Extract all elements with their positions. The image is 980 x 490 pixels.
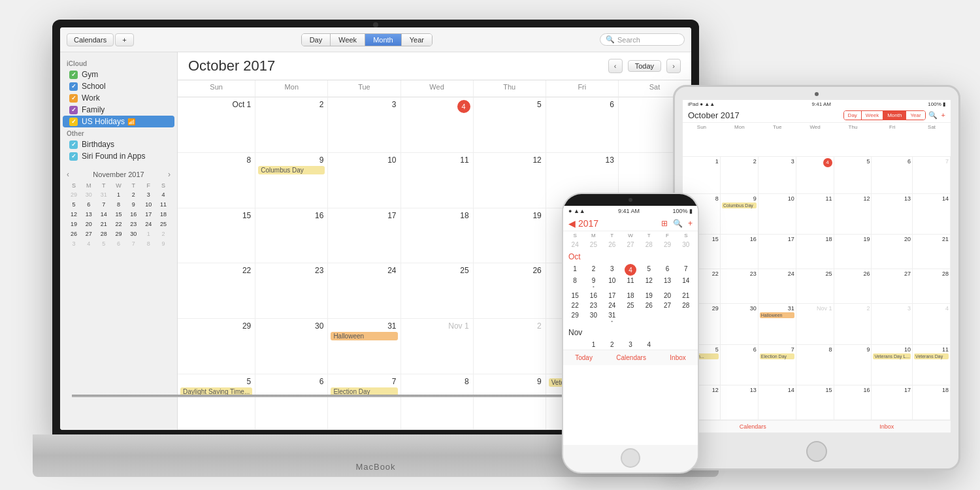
mini-day[interactable]: 3 [141, 190, 155, 199]
ipad-inbox-btn[interactable]: Inbox [879, 423, 894, 430]
mini-day[interactable]: 4 [82, 239, 96, 248]
ipad-day-cell[interactable]: 5 [834, 157, 872, 194]
ipad-day-cell[interactable]: 28 [913, 269, 951, 304]
ipad-day-cell[interactable]: 3 [872, 304, 913, 345]
ipad-day-cell[interactable]: 16 [721, 235, 759, 269]
ipad-day-cell[interactable]: 7 [913, 157, 951, 194]
ipad-day-cell[interactable]: 9 [834, 345, 872, 386]
iphone-day[interactable]: 24 [566, 240, 584, 250]
ipad-day-cell[interactable]: 1 [683, 157, 721, 194]
next-month-button[interactable]: › [666, 59, 681, 73]
ipad-calendars-btn[interactable]: Calendars [740, 423, 766, 430]
iphone-day[interactable]: 14 [677, 276, 695, 291]
iphone-day[interactable]: 7 [677, 264, 695, 276]
iphone-day[interactable]: 11 [621, 276, 640, 291]
mini-day[interactable]: 7 [97, 200, 111, 209]
iphone-day[interactable]: 12 [640, 276, 658, 291]
sidebar-item-us-holidays[interactable]: ✓ US Holidays 📶 [63, 116, 174, 127]
ipad-day-cell[interactable]: 7 Election Day [759, 345, 796, 386]
iphone-day[interactable]: 17 [603, 291, 621, 301]
mini-day[interactable]: 21 [97, 220, 111, 229]
ipad-day-cell[interactable]: 14 [913, 194, 951, 235]
day-cell[interactable]: 11 [401, 153, 474, 208]
day-cell[interactable]: 7 Election Day [328, 374, 400, 430]
ipad-add-icon[interactable]: + [941, 111, 945, 120]
iphone-day[interactable] [566, 340, 584, 350]
day-cell[interactable]: 25 [401, 263, 474, 319]
iphone-day[interactable]: 27 [658, 301, 676, 310]
week-view-button[interactable]: Week [331, 34, 365, 46]
mini-day[interactable]: 8 [112, 200, 126, 209]
iphone-day[interactable]: 4 [640, 340, 658, 350]
ipad-day-cell[interactable]: 24 [759, 269, 796, 304]
sidebar-item-work[interactable]: ✓ Work [63, 92, 174, 104]
iphone-grid-icon[interactable]: ⊞ [661, 219, 668, 228]
ipad-day-cell[interactable]: 21 [913, 235, 951, 269]
ipad-day-cell[interactable]: 17 [872, 385, 913, 420]
mini-day[interactable]: 2 [156, 229, 171, 238]
iphone-search-icon[interactable]: 🔍 [673, 219, 683, 228]
today-button[interactable]: Today [628, 60, 661, 72]
day-cell[interactable]: 5 [474, 97, 546, 153]
day-cell[interactable]: 6 [546, 97, 619, 153]
mini-day[interactable]: 27 [82, 229, 96, 238]
sidebar-item-school[interactable]: ✓ School [63, 80, 174, 92]
iphone-day[interactable]: 28 [640, 240, 658, 250]
ipad-day-cell[interactable]: 13 [721, 385, 759, 420]
iphone-day[interactable]: 30 [584, 310, 602, 325]
ipad-day-cell[interactable]: 14 [759, 385, 796, 420]
ipad-vet-event[interactable]: Veterans Day L... [873, 353, 911, 359]
day-cell[interactable]: 3 [328, 97, 400, 153]
mini-day[interactable]: 12 [67, 210, 81, 219]
iphone-day[interactable]: 28 [677, 301, 695, 310]
iphone-calendars-btn[interactable]: Calendars [616, 354, 646, 361]
prev-month-button[interactable]: ‹ [608, 59, 623, 73]
day-cell[interactable]: 12 [474, 153, 546, 208]
mini-day[interactable]: 26 [67, 229, 81, 238]
iphone-day[interactable]: 6 [658, 264, 676, 276]
iphone-add-icon[interactable]: + [688, 219, 693, 228]
ipad-month-btn[interactable]: Month [883, 111, 906, 120]
mini-day[interactable]: 8 [141, 239, 155, 248]
mini-day[interactable]: 30 [126, 229, 140, 238]
ipad-day-cell-today[interactable]: 4 [796, 157, 834, 194]
iphone-day[interactable]: 29 [566, 310, 584, 325]
day-cell[interactable]: 24 [328, 263, 400, 319]
ipad-year-btn[interactable]: Year [906, 111, 924, 120]
mini-day[interactable]: 5 [67, 200, 81, 209]
mini-day[interactable]: 3 [67, 239, 81, 248]
ipad-day-cell[interactable]: 11 Veterans Day [913, 345, 951, 386]
ipad-day-cell[interactable]: 18 [913, 385, 951, 420]
ipad-day-cell[interactable]: 6 [872, 157, 913, 194]
year-view-button[interactable]: Year [402, 34, 432, 46]
iphone-day[interactable]: 1 [566, 264, 584, 276]
day-cell[interactable]: 8 [401, 374, 474, 430]
day-cell[interactable]: 15 [178, 208, 255, 264]
iphone-day-today[interactable]: 4 [621, 264, 640, 276]
iphone-day[interactable]: 5 [640, 264, 658, 276]
iphone-day[interactable]: 9 [584, 276, 602, 291]
iphone-day[interactable]: 26 [640, 301, 658, 310]
iphone-day[interactable]: 10 [603, 276, 621, 291]
ipad-day-btn[interactable]: Day [844, 111, 862, 120]
mini-day[interactable]: 23 [126, 220, 140, 229]
ipad-day-cell[interactable]: 6 [721, 345, 759, 386]
mini-day[interactable]: 1 [112, 190, 126, 199]
mini-day[interactable]: 29 [112, 229, 126, 238]
iphone-today-btn[interactable]: Today [575, 354, 593, 361]
sidebar-item-family[interactable]: ✓ Family [63, 104, 174, 116]
ipad-day-cell[interactable]: 19 [834, 235, 872, 269]
iphone-day[interactable]: 26 [603, 240, 621, 250]
mini-day[interactable]: 1 [141, 229, 155, 238]
iphone-day[interactable] [677, 310, 695, 325]
iphone-day[interactable]: 2 [603, 340, 621, 350]
mini-day[interactable]: 22 [112, 220, 126, 229]
day-cell[interactable]: 22 [178, 263, 255, 319]
day-cell[interactable]: 17 [328, 208, 400, 264]
add-calendar-button[interactable]: + [115, 33, 133, 46]
iphone-day[interactable]: 18 [621, 291, 640, 301]
iphone-day[interactable] [621, 310, 640, 325]
iphone-day[interactable]: 16 [584, 291, 602, 301]
mini-day[interactable]: 9 [126, 200, 140, 209]
day-cell-other[interactable]: 2 [474, 319, 546, 374]
